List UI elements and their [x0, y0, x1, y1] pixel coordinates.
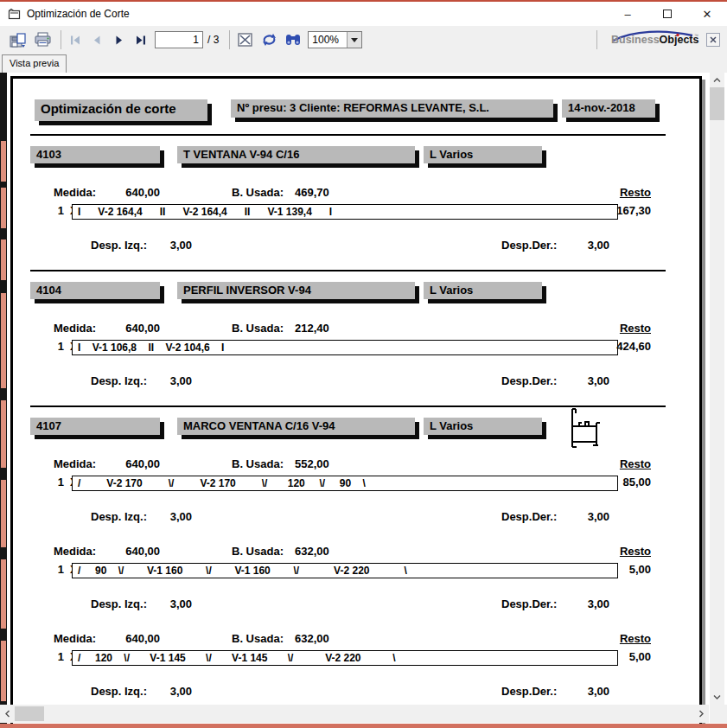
last-page-icon — [135, 35, 147, 45]
next-page-icon — [114, 35, 124, 45]
search-icon — [284, 33, 302, 47]
cut-bar-segments: / 90 \/ V-1 160 \/ V-1 160 \/ V-2 220 \ — [73, 564, 617, 578]
prev-page-button — [89, 29, 105, 50]
resto-header: Resto — [609, 457, 651, 470]
header-rule — [30, 134, 666, 136]
profile-type-box: L Varios — [424, 146, 542, 163]
cut-bar: / V-2 170 \/ V-2 170 \/ 120 \/ 90 \ — [72, 476, 618, 491]
medida-row: Medida:640,00B. Usada:632,00Resto — [13, 545, 699, 559]
scroll-left-button[interactable] — [0, 706, 15, 721]
businessobjects-logo: BusinessObjects ™ — [609, 29, 699, 51]
profile-name-box: PERFIL INVERSOR V-94 — [177, 282, 415, 299]
busada-value: 469,70 — [295, 186, 338, 199]
cut-bar: I V-2 164,4 II V-2 164,4 II V-1 139,4 I — [72, 204, 618, 220]
report-date-box: 14-nov.-2018 — [562, 99, 655, 118]
bar-row: 1X/ V-2 170 \/ V-2 170 \/ 120 \/ 90 \85,… — [13, 476, 699, 491]
search-button[interactable] — [282, 29, 304, 50]
zoom-combobox[interactable]: 100% — [308, 31, 362, 48]
desp-izq-label: Desp. Izq.: — [91, 374, 147, 387]
bar-row: 1X/ 90 \/ V-1 160 \/ V-1 160 \/ V-2 220 … — [13, 563, 699, 578]
profile-name-box: T VENTANA V-94 C/16 — [177, 146, 415, 163]
horizontal-scrollbar[interactable] — [0, 705, 709, 723]
medida-value: 640,00 — [124, 545, 160, 558]
desp-row: Desp. Izq.:3,00Desp.Der.:3,00 — [13, 685, 699, 699]
bar-quantity: 1 — [55, 340, 64, 353]
cut-bar: I V-1 106,8 II V-2 104,6 I — [72, 340, 618, 355]
export-button[interactable] — [7, 29, 31, 50]
vertical-scroll-thumb[interactable] — [710, 87, 724, 120]
busada-value: 552,00 — [295, 457, 338, 470]
chevron-down-icon — [713, 695, 721, 699]
zoom-value: 100% — [309, 32, 347, 48]
desp-izq-value: 3,00 — [156, 374, 192, 387]
bar-quantity: 1 — [55, 204, 64, 217]
last-page-button[interactable] — [132, 29, 150, 50]
report-viewer-window: Optimización de Corte – ✕ — [0, 0, 727, 728]
desp-izq-label: Desp. Izq.: — [91, 510, 147, 523]
desp-der-label: Desp.Der.: — [501, 510, 557, 523]
toolbar-separator — [61, 30, 61, 49]
minimize-button[interactable]: – — [608, 2, 647, 26]
window-top-border — [0, 0, 727, 2]
medida-value: 640,00 — [124, 186, 160, 199]
profile-code-box: 4104 — [30, 282, 160, 299]
section-header: 4103T VENTANA V-94 C/16L Varios — [13, 146, 699, 165]
scrollbar-corner — [710, 705, 727, 723]
maximize-button[interactable] — [647, 2, 687, 26]
scroll-up-button[interactable] — [710, 73, 724, 87]
bar-row: 1XI V-1 106,8 II V-2 104,6 I424,60 — [13, 340, 699, 355]
vertical-scrollbar[interactable] — [710, 73, 724, 705]
desp-der-value: 3,00 — [573, 510, 609, 523]
medida-value: 640,00 — [124, 322, 160, 335]
desp-izq-label: Desp. Izq.: — [91, 239, 147, 252]
medida-row: Medida:640,00B. Usada:469,70Resto — [13, 186, 699, 200]
desp-row: Desp. Izq.:3,00Desp.Der.:3,00 — [13, 597, 699, 611]
desp-der-value: 3,00 — [573, 374, 609, 387]
zoom-dropdown-button[interactable] — [347, 32, 361, 48]
cut-bar-segments: / 120 \/ V-1 145 \/ V-1 145 \/ V-2 220 \ — [73, 651, 617, 665]
desp-izq-value: 3,00 — [156, 597, 192, 610]
horizontal-scroll-thumb[interactable] — [15, 706, 44, 721]
medida-label: Medida: — [54, 632, 96, 645]
scroll-right-button[interactable] — [694, 706, 709, 721]
busada-label: B. Usada: — [232, 545, 284, 558]
desp-row: Desp. Izq.:3,00Desp.Der.:3,00 — [13, 239, 699, 252]
chevron-down-icon — [351, 38, 358, 42]
cut-bar-segments: / V-2 170 \/ V-2 170 \/ 120 \/ 90 \ — [73, 476, 617, 490]
close-preview-button[interactable] — [706, 33, 720, 47]
first-page-button — [67, 29, 84, 50]
desp-der-label: Desp.Der.: — [501, 597, 557, 610]
report-page: Optimización de corte Nº presu: 3 Client… — [10, 76, 702, 724]
report-title-box: Optimización de corte — [35, 99, 207, 121]
report-section: 4107MARCO VENTANA C/16 V-94L VariosMedid… — [13, 418, 699, 718]
refresh-button[interactable] — [258, 29, 280, 50]
bar-quantity: 1 — [55, 476, 64, 489]
print-button[interactable] — [31, 29, 55, 50]
page-total-label: / 3 — [207, 34, 219, 46]
resto-header: Resto — [609, 322, 651, 335]
tab-vista-previa[interactable]: Vista previa — [2, 54, 67, 73]
toolbar-separator — [229, 30, 230, 49]
scroll-down-button[interactable] — [710, 690, 724, 705]
titlebar: Optimización de Corte – ✕ — [0, 2, 727, 26]
medida-row: Medida:640,00B. Usada:632,00Resto — [13, 632, 699, 646]
group-tree-toggle-button[interactable] — [235, 29, 255, 50]
next-page-button[interactable] — [112, 29, 127, 50]
first-page-icon — [69, 35, 81, 45]
medida-row: Medida:640,00B. Usada:212,40Resto — [13, 322, 699, 335]
busada-label: B. Usada: — [232, 632, 284, 645]
profile-type-box: L Varios — [424, 282, 542, 299]
resto-header: Resto — [609, 186, 651, 199]
preview-pane: Optimización de corte Nº presu: 3 Client… — [0, 73, 727, 724]
print-icon — [34, 32, 53, 48]
resto-value: 5,00 — [609, 563, 651, 576]
page-number-input[interactable]: 1 — [155, 31, 203, 48]
viewer-toolbar: 1 / 3 — [0, 26, 727, 54]
desp-izq-value: 3,00 — [156, 510, 192, 523]
close-button[interactable]: ✕ — [687, 2, 727, 26]
busada-value: 632,00 — [295, 632, 338, 645]
bar-quantity: 1 — [55, 650, 64, 663]
busada-label: B. Usada: — [232, 322, 284, 335]
refresh-icon — [261, 33, 277, 47]
bar-row: 1XI V-2 164,4 II V-2 164,4 II V-1 139,4 … — [13, 204, 699, 220]
